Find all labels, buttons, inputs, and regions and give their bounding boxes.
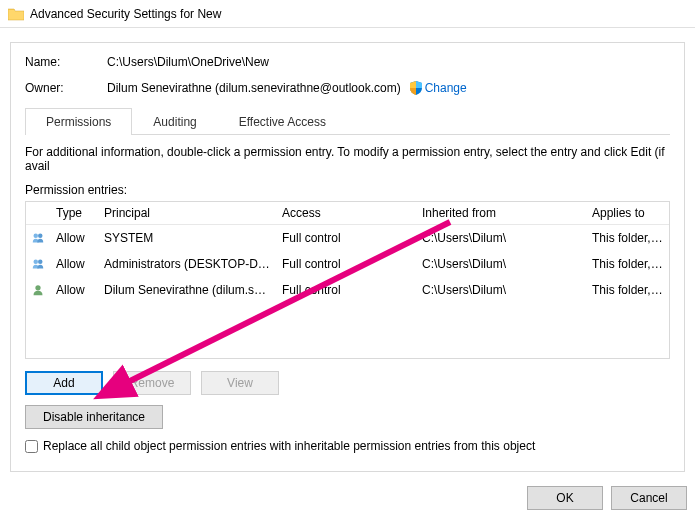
col-type-header[interactable]: Type [50,202,98,224]
cell-inherited: C:\Users\Dilum\ [416,227,586,249]
title-bar: Advanced Security Settings for New [0,0,695,28]
col-principal-header[interactable]: Principal [98,202,276,224]
table-row[interactable]: AllowDilum Senevirathne (dilum.se...Full… [26,277,669,303]
svg-point-0 [34,234,39,239]
col-access-header[interactable]: Access [276,202,416,224]
col-applies-header[interactable]: Applies to [586,202,669,224]
cancel-button[interactable]: Cancel [611,486,687,510]
svg-point-4 [35,285,40,290]
tab-permissions[interactable]: Permissions [25,108,132,135]
remove-button: Remove [113,371,191,395]
cell-applies: This folder, subfolders an [586,279,669,301]
dialog-footer: OK Cancel [527,486,687,510]
disable-inheritance-button[interactable]: Disable inheritance [25,405,163,429]
cell-access: Full control [276,227,416,249]
users-icon [32,256,44,272]
owner-row: Owner: Dilum Senevirathne (dilum.senevir… [25,81,670,95]
cell-access: Full control [276,253,416,275]
window-title: Advanced Security Settings for New [30,7,221,21]
main-panel: Name: C:\Users\Dilum\OneDrive\New Owner:… [10,42,685,472]
name-value: C:\Users\Dilum\OneDrive\New [107,55,269,69]
folder-icon [8,7,24,21]
cell-type: Allow [50,279,98,301]
ok-button[interactable]: OK [527,486,603,510]
svg-point-2 [34,260,39,265]
button-row: Add Remove View [25,371,670,395]
cell-principal: Dilum Senevirathne (dilum.se... [98,279,276,301]
name-row: Name: C:\Users\Dilum\OneDrive\New [25,55,670,69]
cell-applies: This folder, subfolders an [586,227,669,249]
cell-inherited: C:\Users\Dilum\ [416,279,586,301]
tabs: Permissions Auditing Effective Access [25,107,670,135]
replace-children-checkbox[interactable] [25,440,38,453]
replace-children-label[interactable]: Replace all child object permission entr… [43,439,535,453]
owner-label: Owner: [25,81,107,95]
col-inherited-header[interactable]: Inherited from [416,202,586,224]
svg-point-3 [38,260,43,265]
permission-entries-label: Permission entries: [25,183,670,197]
replace-checkbox-row: Replace all child object permission entr… [25,439,670,453]
cell-access: Full control [276,279,416,301]
cell-principal: Administrators (DESKTOP-DUI... [98,253,276,275]
add-button[interactable]: Add [25,371,103,395]
table-row[interactable]: AllowSYSTEMFull controlC:\Users\Dilum\Th… [26,225,669,251]
cell-principal: SYSTEM [98,227,276,249]
cell-type: Allow [50,253,98,275]
tab-effective-access[interactable]: Effective Access [218,108,347,135]
view-button: View [201,371,279,395]
name-label: Name: [25,55,107,69]
table-header: Type Principal Access Inherited from App… [26,202,669,225]
user-icon [32,282,44,298]
cell-type: Allow [50,227,98,249]
shield-icon [409,81,423,95]
svg-point-1 [38,234,43,239]
col-icon-header[interactable] [26,202,50,224]
permission-table: Type Principal Access Inherited from App… [25,201,670,359]
change-owner-link[interactable]: Change [425,81,467,95]
tab-auditing[interactable]: Auditing [132,108,217,135]
users-icon [32,230,44,246]
info-text: For additional information, double-click… [25,145,670,173]
table-row[interactable]: AllowAdministrators (DESKTOP-DUI...Full … [26,251,669,277]
cell-inherited: C:\Users\Dilum\ [416,253,586,275]
owner-value: Dilum Senevirathne (dilum.senevirathne@o… [107,81,401,95]
cell-applies: This folder, subfolders an [586,253,669,275]
